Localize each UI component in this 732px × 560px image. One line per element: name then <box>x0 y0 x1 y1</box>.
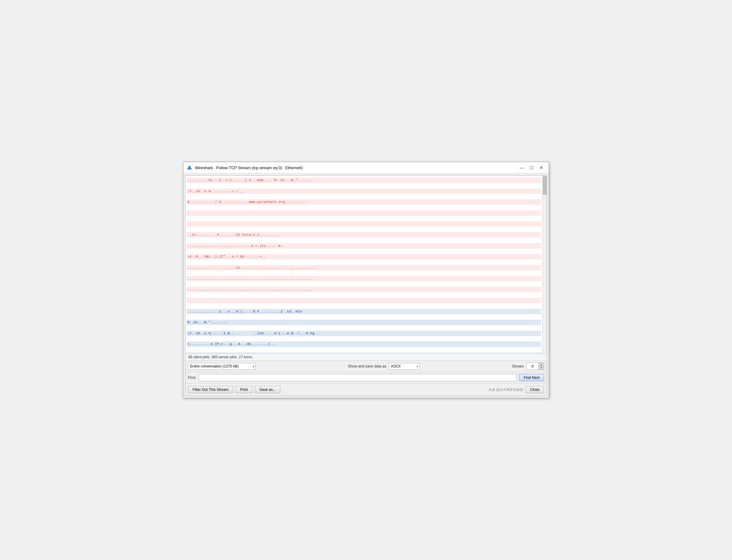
show-save-label: Show and save data as <box>348 364 386 368</box>
stream-line: ..........5L.-.z..=.c......].Z...WqG....… <box>187 177 541 183</box>
stream-line <box>187 221 541 227</box>
stats-bar: 38 client pkts, 983 server pkts, 17 turn… <box>185 354 547 361</box>
stream-line: ........................................… <box>187 287 541 292</box>
stream-number-input[interactable] <box>527 363 539 370</box>
find-input[interactable] <box>199 374 517 381</box>
conversation-dropdown-wrapper[interactable]: Entire conversation (1370 kB) <box>188 363 255 370</box>
window-title: Wireshark · Follow TCP Stream (tcp.strea… <box>195 165 517 170</box>
stream-spinner-buttons: ▲ ▼ <box>539 363 544 370</box>
find-next-button[interactable]: Find Next <box>519 374 544 381</box>
content-area: ..........5L.-.z..=.c......].Z...WqG....… <box>185 175 547 396</box>
buttons-row: Filter Out This Stream Print Save as... … <box>185 383 547 396</box>
controls-row: Entire conversation (1370 kB) Show and s… <box>185 361 547 372</box>
close-window-button[interactable]: ✕ <box>537 164 546 171</box>
format-dropdown[interactable]: ASCIIHex DumpC ArraysRawYAML <box>389 363 419 370</box>
format-dropdown-wrapper[interactable]: ASCIIHex DumpC ArraysRawYAML <box>389 363 419 370</box>
stream-line: +..........G.{F;c...g...6...dU........{.… <box>187 341 541 347</box>
main-window: Wireshark · Follow TCP Stream (tcp.strea… <box>183 162 549 398</box>
maximize-button[interactable]: ☐ <box>527 164 536 171</box>
scrollbar-thumb[interactable] <box>543 176 547 195</box>
stream-line: . <box>187 210 541 216</box>
minimize-button[interactable]: — <box>517 164 526 171</box>
window-controls: — ☐ ✕ <box>517 164 546 171</box>
stream-line: ;Y..iD..X.%. ........+./.,. <box>187 189 541 194</box>
stream-spinner-group[interactable]: ▲ ▼ <box>526 363 544 370</box>
stream-line: ;Y..iD..X.%......3.$... . ..2cH. ...%.{.… <box>187 331 541 336</box>
stream-increment-button[interactable]: ▲ <box>539 363 544 366</box>
filter-out-button[interactable]: Filter Out This Stream <box>188 386 233 393</box>
watermark: 头条 @合天网安实验室 <box>488 387 523 392</box>
stream-line: ..zz..........#........h2.http/1.1......… <box>187 232 541 238</box>
stream-display[interactable]: ..........5L.-.z..=.c......].Z...WqG....… <box>185 176 547 354</box>
print-button[interactable]: Print <box>236 386 252 393</box>
stream-decrement-button[interactable]: ▼ <box>539 366 544 370</box>
stream-line: ..............................3.+.)zz...… <box>187 243 541 249</box>
conversation-dropdown[interactable]: Entire conversation (1370 kB) <box>188 363 255 370</box>
wireshark-icon <box>186 165 193 171</box>
save-as-button[interactable]: Save as... <box>255 386 280 393</box>
stream-label: Stream <box>512 364 524 368</box>
close-button[interactable]: Close <box>525 386 544 393</box>
stats-text: 38 client pkts, 983 server pkts, 17 turn… <box>188 355 253 359</box>
scrollbar-track[interactable] <box>542 176 547 353</box>
stream-line: ........................................… <box>187 276 541 282</box>
stream-line: ...............z...v...8.i.....9.F......… <box>187 309 541 314</box>
stream-line: +X..R...ONi..j.ZI"...s.r.Bs.-.....+.. <box>187 254 541 259</box>
title-bar: Wireshark · Follow TCP Stream (tcp.strea… <box>183 162 549 173</box>
stream-line: .......................zz...............… <box>187 265 541 270</box>
stream-line: 0.n....t.=H.n.JoD.F..W.l5.B..m.S=.o]42VY… <box>187 352 541 353</box>
find-label: Find: <box>188 375 196 380</box>
find-row: Find: Find Next <box>185 372 547 383</box>
stream-text-area[interactable]: ..........5L.-.z..=.c......].Z...WqG....… <box>185 176 542 353</box>
stream-line <box>187 298 541 303</box>
stream-line: 0............/.5.............www.wiresha… <box>187 199 541 205</box>
stream-line: M..Ax...B."........ <box>187 320 541 325</box>
